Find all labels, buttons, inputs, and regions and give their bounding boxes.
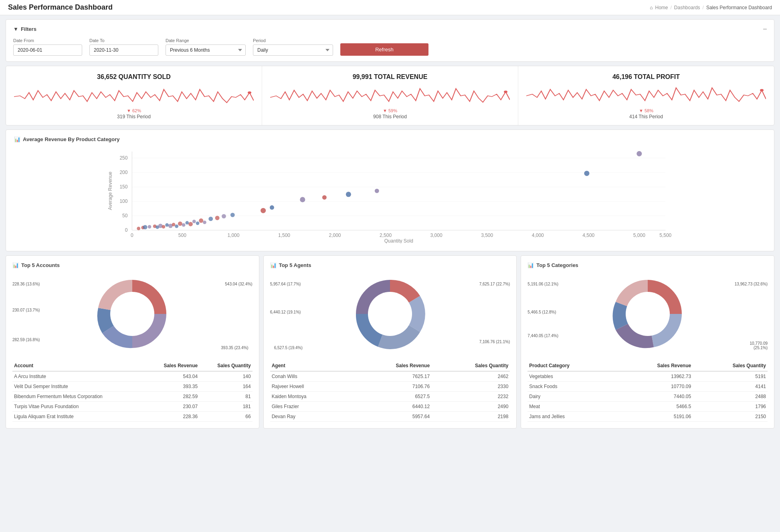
accounts-label-4: 282.59 (16.8%) [12, 338, 40, 342]
agents-label-1: 5,957.64 (17.7%) [270, 282, 301, 286]
svg-point-55 [261, 208, 266, 213]
date-range-select[interactable]: Previous 6 Months Previous 3 Months Prev… [166, 45, 246, 56]
accounts-label-1: 228.36 (13.6%) [12, 282, 40, 286]
breadcrumb-dashboards[interactable]: Dashboards [674, 5, 700, 10]
agents-col-2: Sales Revenue [352, 360, 431, 371]
table-row: Velit Dui Semper Institute393.35164 [12, 382, 253, 392]
table-row: Dairy7440.052488 [527, 392, 768, 402]
table-row: Kaiden Montoya6527.52232 [270, 392, 510, 402]
period-group: Period Daily Weekly Monthly [253, 38, 333, 56]
table-row: Meat5466.51796 [527, 402, 768, 412]
accounts-label-5: 393.35 (23.4%) [221, 346, 248, 350]
kpi-revenue-period: 908 This Period [270, 114, 510, 119]
svg-point-53 [222, 214, 226, 218]
filters-panel: ▼ Filters – Date From Date To Date Range… [6, 19, 774, 62]
svg-point-59 [346, 192, 351, 197]
table-row: Giles Frazier6440.122490 [270, 402, 510, 412]
categories-title: 📊 Top 5 Categories [527, 262, 768, 268]
svg-text:Average Revenue: Average Revenue [107, 172, 113, 210]
breadcrumb-current: Sales Performance Dashboard [706, 5, 772, 10]
table-row: Vegetables13962.735191 [527, 371, 768, 382]
kpi-quantity-sparkline [14, 85, 254, 105]
date-range-label: Date Range [166, 38, 246, 43]
svg-point-58 [322, 195, 327, 200]
agents-col-3: Sales Quantity [431, 360, 510, 371]
svg-point-54 [230, 213, 235, 217]
kpi-profit-period: 414 This Period [526, 114, 766, 119]
agents-col-1: Agent [270, 360, 352, 371]
categories-label-4: 7,440.05 (17.4%) [527, 334, 558, 338]
scatter-title: 📊 Average Revenue By Product Category [14, 136, 766, 142]
period-label: Period [253, 38, 333, 43]
kpi-quantity: 36,652 QUANTITY SOLD ▼ 62% 319 This Peri… [6, 66, 262, 125]
agents-donut-wrapper: 5,957.64 (17.7%) 7,625.17 (22.7%) 6,440.… [270, 274, 510, 354]
svg-text:4,500: 4,500 [582, 233, 594, 238]
agents-panel: 📊 Top 5 Agents 5,957.64 (17.7%) 7,625.17… [263, 255, 517, 429]
svg-point-47 [192, 220, 196, 223]
svg-point-0 [248, 91, 251, 94]
svg-text:4,000: 4,000 [532, 233, 544, 238]
filters-header: ▼ Filters – [13, 25, 767, 32]
accounts-table: Account Sales Revenue Sales Quantity A A… [12, 360, 253, 422]
svg-text:0: 0 [131, 233, 133, 238]
accounts-panel: 📊 Top 5 Accounts 228.36 (13.6%) 5 [6, 255, 259, 429]
table-row: Rajveer Howell7106.762330 [270, 382, 510, 392]
kpi-quantity-period: 319 This Period [14, 114, 254, 119]
minimize-button[interactable]: – [763, 25, 767, 32]
svg-text:5,000: 5,000 [633, 233, 645, 238]
svg-point-42 [175, 225, 178, 228]
svg-point-51 [208, 216, 213, 221]
svg-point-64 [368, 292, 412, 336]
svg-point-57 [300, 197, 305, 202]
scatter-section: 📊 Average Revenue By Product Category 0 … [6, 129, 774, 251]
svg-text:Quantity Sold: Quantity Sold [384, 238, 413, 243]
date-from-input[interactable] [13, 45, 82, 56]
categories-donut [608, 274, 688, 354]
svg-text:2,000: 2,000 [329, 233, 341, 238]
chart-icon: 📊 [14, 136, 20, 142]
svg-point-33 [143, 225, 148, 229]
svg-text:150: 150 [119, 184, 127, 190]
svg-point-60 [375, 189, 379, 193]
svg-point-52 [215, 216, 220, 220]
svg-point-65 [626, 292, 670, 336]
svg-text:2,500: 2,500 [380, 233, 392, 238]
table-row: Ligula Aliquam Erat Institute228.3666 [12, 412, 253, 422]
kpi-revenue-value: 99,991 TOTAL REVENUE [270, 73, 510, 81]
svg-point-39 [165, 223, 169, 227]
date-to-group: Date To [89, 38, 158, 56]
bottom-row: 📊 Top 5 Accounts 228.36 (13.6%) 5 [6, 255, 774, 429]
refresh-button[interactable]: Refresh [340, 43, 428, 56]
kpi-profit-value: 46,196 TOTAL PROFIT [526, 73, 766, 81]
kpi-row: 36,652 QUANTITY SOLD ▼ 62% 319 This Peri… [6, 66, 774, 125]
svg-point-50 [203, 220, 206, 224]
accounts-col-2: Sales Revenue [145, 360, 199, 371]
breadcrumb-home[interactable]: Home [655, 5, 668, 10]
categories-label-5: 10,770.09(25.1%) [750, 341, 768, 350]
date-to-label: Date To [89, 38, 158, 43]
accounts-donut [92, 274, 172, 354]
filters-title: ▼ Filters [13, 26, 36, 32]
accounts-col-3: Sales Quantity [199, 360, 253, 371]
svg-text:0: 0 [125, 227, 128, 233]
svg-point-41 [172, 223, 176, 227]
categories-label-3: 5,466.5 (12.8%) [527, 310, 556, 314]
kpi-profit: 46,196 TOTAL PROFIT ▼ 58% 414 This Perio… [518, 66, 774, 125]
accounts-chart-icon: 📊 [12, 262, 19, 268]
svg-point-2 [760, 89, 764, 91]
home-icon: ⌂ [650, 5, 653, 10]
svg-text:250: 250 [119, 155, 127, 161]
date-to-input[interactable] [89, 45, 158, 56]
date-range-group: Date Range Previous 6 Months Previous 3 … [166, 38, 246, 56]
categories-col-2: Sales Revenue [617, 360, 693, 371]
svg-text:1,500: 1,500 [278, 233, 290, 238]
svg-point-49 [199, 218, 203, 223]
kpi-revenue-change: ▼ 59% [270, 108, 510, 113]
period-select[interactable]: Daily Weekly Monthly [253, 45, 333, 56]
scatter-chart: 0 50 100 150 200 250 0 500 1,000 1,500 2… [14, 147, 766, 243]
agents-donut [350, 274, 430, 354]
svg-point-38 [162, 225, 166, 229]
accounts-title: 📊 Top 5 Accounts [12, 262, 253, 268]
svg-text:5,500: 5,500 [659, 233, 671, 238]
kpi-profit-sparkline [526, 85, 766, 105]
